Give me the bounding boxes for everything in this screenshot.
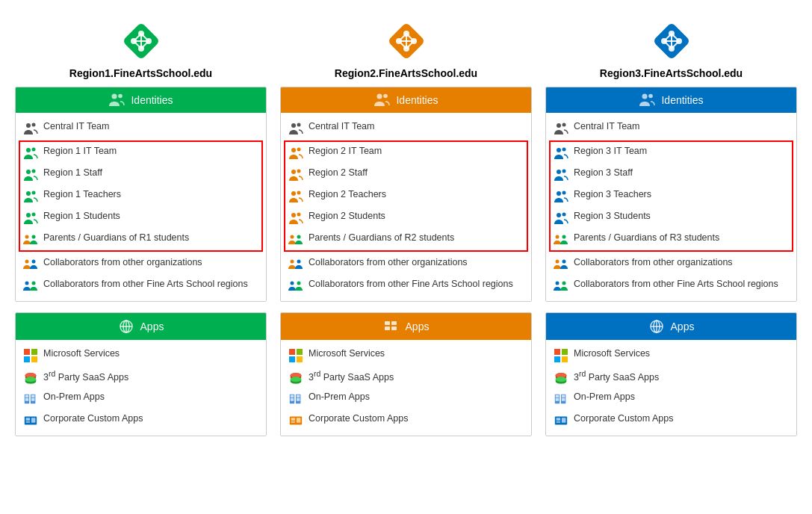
identity-text: Collaborators from other Fine Arts Schoo… — [309, 278, 513, 290]
list-item: Parents / Guardians of R2 students — [288, 229, 524, 250]
identities-body-2: Central IT TeamRegion 2 IT TeamRegion 2 … — [281, 113, 531, 301]
identity-icon — [23, 189, 38, 204]
svg-point-72 — [291, 213, 296, 217]
svg-point-16 — [32, 148, 36, 152]
svg-rect-36 — [31, 356, 37, 362]
app-icon — [23, 413, 38, 428]
list-item: On-Prem Apps — [288, 388, 524, 409]
apps-body-1: Microsoft Services3rd Party SaaS AppsOn-… — [16, 340, 266, 436]
svg-point-117 — [557, 148, 561, 152]
app-icon — [288, 391, 303, 406]
list-item: Corporate Custom Apps — [288, 409, 524, 431]
apps-label: Apps — [671, 321, 695, 332]
svg-point-142 — [556, 377, 567, 382]
list-item: Region 2 Staff — [288, 164, 524, 185]
apps-card-2: AppsMicrosoft Services3rd Party SaaS App… — [280, 312, 532, 436]
svg-point-128 — [562, 260, 566, 264]
list-item: Microsoft Services — [23, 344, 258, 366]
svg-point-23 — [25, 235, 29, 239]
svg-rect-144 — [556, 395, 560, 398]
identities-body-1: Central IT TeamRegion 1 IT TeamRegion 1 … — [16, 113, 266, 301]
app-text: 3rd Party SaaS Apps — [574, 369, 659, 383]
app-icon — [23, 370, 38, 385]
svg-point-126 — [562, 235, 566, 239]
identities-label: Identities — [661, 94, 703, 106]
identity-text: Region 3 IT Team — [574, 145, 647, 157]
svg-point-140 — [556, 373, 567, 377]
app-text: On-Prem Apps — [574, 391, 635, 403]
svg-point-14 — [32, 123, 36, 127]
identities-body-3: Central IT TeamRegion 3 IT TeamRegion 3 … — [546, 113, 796, 301]
svg-rect-43 — [25, 398, 29, 401]
svg-point-38 — [25, 373, 37, 377]
list-item: Region 2 IT Team — [288, 142, 524, 164]
list-item: 3rd Party SaaS Apps — [288, 366, 524, 388]
svg-rect-46 — [31, 398, 35, 401]
svg-point-27 — [25, 282, 29, 285]
identity-text: Region 2 Students — [309, 210, 385, 222]
svg-rect-34 — [31, 349, 37, 355]
svg-rect-86 — [289, 356, 295, 362]
identity-icon — [288, 121, 303, 136]
identity-text: Collaborators from other Fine Arts Schoo… — [574, 278, 778, 290]
identity-icon — [554, 257, 568, 272]
identity-icon — [288, 167, 303, 182]
svg-rect-94 — [291, 398, 294, 401]
list-item: Region 3 Staff — [554, 164, 789, 185]
app-icon — [288, 413, 303, 428]
svg-point-78 — [291, 282, 294, 285]
svg-rect-148 — [562, 398, 565, 401]
region-team-highlight-1: Region 1 IT TeamRegion 1 StaffRegion 1 T… — [19, 140, 263, 252]
svg-rect-33 — [24, 349, 30, 355]
svg-point-76 — [291, 260, 294, 264]
app-icon — [288, 370, 303, 385]
identity-text: Region 1 Students — [43, 210, 120, 222]
app-text: On-Prem Apps — [43, 391, 105, 403]
app-text: Corporate Custom Apps — [309, 412, 408, 424]
region-logo-1 — [115, 15, 167, 67]
svg-point-63 — [384, 94, 388, 99]
identity-text: Central IT Team — [309, 120, 374, 132]
svg-point-75 — [297, 235, 301, 239]
svg-rect-50 — [31, 418, 35, 422]
svg-rect-152 — [562, 418, 565, 422]
identities-label: Identities — [131, 94, 173, 106]
svg-rect-42 — [25, 395, 29, 398]
identity-icon — [288, 146, 303, 161]
svg-rect-48 — [26, 418, 30, 421]
svg-point-18 — [32, 170, 36, 173]
svg-point-21 — [26, 213, 31, 217]
list-item: Parents / Guardians of R3 students — [554, 229, 789, 250]
region-column-1: Region1.FineArtsSchool.eduIdentitiesCent… — [15, 15, 267, 447]
svg-rect-81 — [385, 326, 390, 330]
app-text: 3rd Party SaaS Apps — [309, 369, 394, 383]
svg-point-118 — [562, 148, 566, 152]
svg-point-26 — [32, 260, 36, 264]
svg-rect-147 — [562, 395, 565, 398]
identity-text: Region 2 Staff — [309, 167, 368, 179]
list-item: On-Prem Apps — [23, 388, 258, 409]
svg-point-114 — [649, 94, 654, 99]
svg-point-19 — [26, 191, 31, 196]
apps-card-3: AppsMicrosoft Services3rd Party SaaS App… — [545, 312, 797, 436]
identity-text: Collaborators from other organizations — [43, 256, 202, 268]
identity-icon — [23, 257, 38, 272]
svg-rect-99 — [291, 418, 295, 421]
svg-point-127 — [556, 260, 560, 264]
svg-point-122 — [562, 191, 566, 195]
region-title-1: Region1.FineArtsSchool.edu — [69, 67, 212, 79]
list-item: Region 1 IT Team — [23, 142, 258, 164]
svg-point-121 — [557, 191, 561, 196]
svg-point-91 — [291, 377, 302, 382]
identity-icon — [23, 121, 38, 136]
svg-rect-96 — [297, 395, 300, 398]
identity-icon — [23, 279, 38, 294]
svg-point-124 — [562, 213, 566, 217]
apps-header-3: Apps — [546, 313, 796, 340]
svg-point-40 — [25, 377, 37, 382]
list-item: Microsoft Services — [288, 344, 524, 366]
identity-icon — [288, 257, 303, 272]
identity-text: Collaborators from other Fine Arts Schoo… — [43, 278, 248, 290]
svg-point-22 — [32, 213, 36, 217]
svg-point-129 — [556, 282, 560, 285]
